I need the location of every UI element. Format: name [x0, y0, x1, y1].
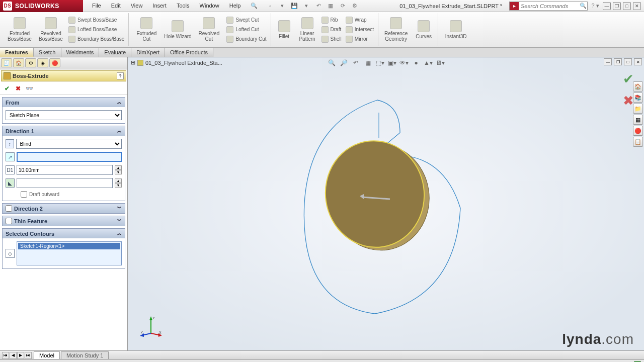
boundary-boss-button[interactable]: Boundary Boss/Base	[67, 35, 125, 43]
search-button-icon[interactable]: ▸	[510, 2, 519, 10]
menu-window[interactable]: Window	[196, 1, 223, 11]
menu-insert[interactable]: Insert	[148, 1, 171, 11]
propertymanager-tab-icon[interactable]: 🏠	[13, 58, 24, 67]
draft-outward-label: Draft outward	[29, 192, 59, 197]
graphics-viewport[interactable]: ⊞ 01_03_Flywheel Extrude_Sta... 🔍 🔎 ↶ ▦ …	[128, 57, 644, 350]
section-direction1-header[interactable]: Direction 1︽	[3, 126, 125, 136]
extruded-cut-button[interactable]: Extruded Cut	[132, 14, 161, 45]
svg-text:Z: Z	[141, 330, 143, 334]
direction2-checkbox[interactable]	[6, 205, 12, 212]
menu-file[interactable]: File	[88, 1, 105, 11]
draft-button[interactable]: Draft	[320, 26, 343, 34]
window-maximize[interactable]: □	[623, 2, 631, 10]
tab-dimxpert[interactable]: DimXpert	[131, 48, 165, 57]
pm-preview-button[interactable]: 👓	[25, 84, 33, 93]
section-contours-header[interactable]: Selected Contours︽	[3, 229, 125, 238]
search-magnify-icon[interactable]: 🔍	[579, 3, 587, 9]
tab-motion-study[interactable]: Motion Study 1	[61, 351, 109, 359]
undo-icon[interactable]: ↶	[314, 2, 323, 11]
draft-outward-checkbox[interactable]	[21, 191, 27, 198]
from-select[interactable]: Sketch Plane	[6, 110, 122, 120]
menu-tools[interactable]: Tools	[173, 1, 194, 11]
revolved-cut-button[interactable]: Revolved Cut	[194, 14, 223, 45]
tab-evaluate[interactable]: Evaluate	[99, 48, 131, 57]
menu-view[interactable]: View	[127, 1, 147, 11]
save-icon[interactable]: 💾	[290, 2, 299, 11]
direction-vector-field[interactable]	[17, 152, 122, 162]
swept-cut-button[interactable]: Swept Cut	[225, 16, 267, 24]
help-flyout[interactable]: ? ▾	[591, 2, 600, 11]
draft-angle-field[interactable]	[17, 178, 113, 188]
svg-marker-7	[140, 333, 144, 337]
tab-nav-first[interactable]: ⏮	[2, 352, 9, 359]
tab-nav-prev[interactable]: ◀	[10, 352, 17, 359]
revolved-boss-button[interactable]: Revolved Boss/Base	[36, 14, 65, 45]
dimxpert-tab-icon[interactable]: ◈	[37, 58, 48, 67]
draft-spinner-up[interactable]: ▲	[115, 178, 122, 183]
wrap-button[interactable]: Wrap	[345, 16, 375, 24]
tab-weldments[interactable]: Weldments	[61, 48, 100, 57]
tab-office-products[interactable]: Office Products	[165, 48, 213, 57]
section-thin-feature-header[interactable]: Thin Feature︾	[3, 216, 125, 226]
property-manager-panel: 🧾 🏠 ⚙ ◈ 🔴 Boss-Extrude ? ✔ ✖ 👓 From︽ Ske…	[0, 57, 128, 350]
menu-edit[interactable]: Edit	[107, 1, 125, 11]
reverse-direction-icon[interactable]: ↕	[6, 139, 14, 148]
hole-wizard-button[interactable]: Hole Wizard	[163, 14, 192, 45]
pm-ok-button[interactable]: ✔	[3, 84, 11, 93]
depth-spinner-down[interactable]: ▼	[115, 170, 122, 174]
end-condition-select[interactable]: Blind	[16, 139, 122, 149]
linear-pattern-button[interactable]: Linear Pattern	[296, 14, 318, 45]
orientation-triad[interactable]: Y X Z	[140, 315, 162, 337]
options-icon[interactable]: ▦	[326, 2, 335, 11]
section-direction2-header[interactable]: Direction 2︾	[3, 204, 125, 213]
help-search-icon[interactable]: 🔍	[247, 1, 262, 11]
ribbon: Extruded Boss/Base Revolved Boss/Base Sw…	[0, 12, 644, 47]
command-search-input[interactable]	[519, 2, 579, 10]
window-restore[interactable]: ❐	[613, 2, 621, 10]
print-icon[interactable]: ▾	[302, 2, 311, 11]
command-manager-tabs: Features Sketch Weldments Evaluate DimXp…	[0, 47, 644, 57]
shell-button[interactable]: Shell	[320, 35, 343, 43]
depth-spinner-up[interactable]: ▲	[115, 165, 122, 170]
featuretree-tab-icon[interactable]: 🧾	[1, 58, 12, 67]
lofted-boss-button[interactable]: Lofted Boss/Base	[67, 26, 125, 34]
pm-help-button[interactable]: ?	[117, 72, 124, 79]
tab-nav-last[interactable]: ⏭	[25, 352, 32, 359]
instant3d-button[interactable]: Instant3D	[441, 14, 470, 45]
thin-feature-checkbox[interactable]	[6, 218, 12, 224]
rib-button[interactable]: Rib	[320, 16, 343, 24]
window-minimize[interactable]: —	[603, 2, 611, 10]
depth-input[interactable]	[17, 165, 113, 175]
section-from-header[interactable]: From︽	[3, 98, 125, 107]
lofted-cut-button[interactable]: Lofted Cut	[225, 26, 267, 34]
open-doc-icon[interactable]: ▾	[278, 2, 287, 11]
mirror-button[interactable]: Mirror	[345, 35, 375, 43]
extruded-boss-button[interactable]: Extruded Boss/Base	[5, 14, 34, 45]
settings-icon[interactable]: ⚙	[350, 2, 359, 11]
tab-features[interactable]: Features	[0, 48, 34, 57]
boundary-cut-button[interactable]: Boundary Cut	[225, 35, 267, 43]
swept-boss-button[interactable]: Swept Boss/Base	[67, 16, 125, 24]
new-doc-icon[interactable]: ▫	[266, 2, 275, 11]
command-search[interactable]: ▸ 🔍	[509, 2, 588, 11]
display-tab-icon[interactable]: 🔴	[49, 58, 60, 67]
pm-cancel-button[interactable]: ✖	[14, 84, 22, 93]
tab-sketch[interactable]: Sketch	[34, 48, 61, 57]
model-canvas[interactable]	[128, 57, 644, 350]
direction-vector-icon[interactable]: ↗	[6, 152, 15, 161]
app-logo: DS SOLIDWORKS	[0, 0, 83, 12]
tab-nav-next[interactable]: ▶	[17, 352, 24, 359]
contour-item[interactable]: Sketch1-Region<1>	[18, 243, 120, 249]
draft-spinner-down[interactable]: ▼	[115, 183, 122, 188]
reference-geometry-button[interactable]: Reference Geometry	[381, 14, 411, 45]
window-close[interactable]: ✕	[633, 2, 641, 10]
intersect-button[interactable]: Intersect	[345, 26, 375, 34]
tab-model[interactable]: Model	[34, 351, 60, 359]
draft-angle-icon[interactable]: ◣	[6, 178, 15, 188]
contours-listbox[interactable]: Sketch1-Region<1>	[17, 241, 122, 265]
configmanager-tab-icon[interactable]: ⚙	[25, 58, 36, 67]
rebuild-icon[interactable]: ⟳	[338, 2, 347, 11]
curves-button[interactable]: Curves	[413, 14, 435, 45]
menu-help[interactable]: Help	[225, 1, 245, 11]
fillet-button[interactable]: Fillet	[274, 14, 294, 45]
